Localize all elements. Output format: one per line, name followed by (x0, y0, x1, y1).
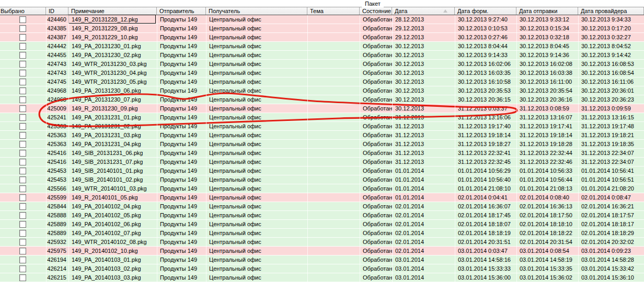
cell-receiver[interactable]: Центральный офис (206, 175, 307, 184)
table-row[interactable]: 424387149_R_20131229_10.pkgПродукты 149Ц… (0, 33, 644, 42)
column-header-formed[interactable]: Дата форм. (455, 7, 516, 15)
cell-receiver[interactable]: Центральный офис (206, 15, 307, 24)
table-row[interactable]: 424442149_PA_20131230_01.pkgПродукты 149… (0, 42, 644, 51)
cell-formed[interactable]: 30.12.2013 20:35:53 (455, 86, 516, 95)
cell-state[interactable]: Обработан (360, 77, 392, 86)
cell-sender[interactable]: Продукты 149 (157, 264, 206, 273)
table-row[interactable]: 424460149_R_20131228_12.pkgПродукты 149Ц… (0, 15, 644, 24)
cell-sender[interactable]: Продукты 149 (157, 33, 206, 41)
table-row[interactable]: 424455149_PA_20131230_02.pkgПродукты 149… (0, 51, 644, 60)
table-row[interactable]: 424968149_PA_20131230_07.pkgПродукты 149… (0, 95, 644, 104)
row-checkbox[interactable] (19, 176, 26, 183)
table-row[interactable]: 425889149_PA_20140102_06.pkgПродукты 149… (0, 220, 644, 229)
cell-state[interactable]: Обработан (360, 175, 392, 184)
cell-note[interactable]: 149_R_20131229_08.pkg (68, 24, 157, 32)
column-header-note[interactable]: Примечание (68, 7, 157, 15)
cell-sent[interactable]: 31.12.2013 0:08:59 (516, 104, 578, 113)
cell-date[interactable]: 02.01.2014 (392, 247, 455, 255)
cell-sender[interactable]: Продукты 149 (157, 24, 206, 32)
table-row[interactable]: 424745149_WTR_20131230_05.pkgПродукты 14… (0, 77, 644, 86)
cell-note[interactable]: 149_PA_20140102_07.pkg (68, 229, 157, 237)
cell-state[interactable]: Обработан (360, 149, 392, 157)
row-checkbox[interactable] (19, 96, 26, 103)
table-row[interactable]: 425009149_R_20131230_09.pkgПродукты 149Ц… (0, 104, 644, 113)
cell-provider[interactable]: 31.12.2013 13:16:15 (578, 113, 644, 121)
table-row[interactable]: 425599149_R_20140101_05.pkgПродукты 149Ц… (0, 193, 644, 202)
cell-provider[interactable]: 01.01.2014 10:56:41 (578, 166, 644, 175)
cell-id[interactable]: 425363 (46, 122, 68, 130)
table-row[interactable]: 425363149_PA_20131231_03.pkgПродукты 149… (0, 131, 644, 140)
cell-sent[interactable]: 03.01.2014 15:33:35 (516, 264, 578, 273)
cell-state[interactable]: Обработан (360, 264, 392, 273)
cell-id[interactable]: 424968 (46, 95, 68, 104)
cell-sender[interactable]: Продукты 149 (157, 184, 206, 193)
cell-formed[interactable]: 30.12.2013 0:10:53 (455, 24, 516, 32)
cell-formed[interactable]: 02.01.2014 18:18:07 (455, 220, 516, 228)
cell-note[interactable]: 149_SIB_20140101_01.pkg (68, 166, 157, 175)
cell-id[interactable]: 425241 (46, 113, 68, 121)
cell-date[interactable]: 30.12.2013 (392, 69, 455, 77)
cell-formed[interactable]: 31.12.2013 0:03:37 (455, 104, 516, 113)
cell-id[interactable]: 426194 (46, 255, 68, 264)
cell-theme[interactable] (307, 122, 360, 130)
cell-sent[interactable]: 30.12.2013 0:32:18 (516, 33, 578, 41)
row-checkbox[interactable] (19, 70, 26, 76)
cell-provider[interactable]: 03.01.2014 14:58:28 (578, 255, 644, 264)
cell-id[interactable]: 425009 (46, 104, 68, 113)
cell-sender[interactable]: Продукты 149 (157, 255, 206, 264)
cell-date[interactable]: 31.12.2013 (392, 140, 455, 148)
cell-provider[interactable]: 30.12.2013 20:36:23 (578, 95, 644, 104)
cell-sent[interactable]: 30.12.2013 8:04:45 (516, 42, 578, 50)
cell-provider[interactable]: 31.12.2013 22:34:07 (578, 158, 644, 166)
cell-id[interactable]: 424743 (46, 69, 68, 77)
cell-provider[interactable]: 30.12.2013 16:11:06 (578, 77, 644, 86)
cell-id[interactable]: 425416 (46, 158, 68, 166)
cell-provider[interactable]: 02.01.2014 20:32:02 (578, 238, 644, 246)
row-checkbox[interactable] (19, 132, 26, 139)
cell-provider[interactable]: 31.12.2013 22:34:07 (578, 149, 644, 157)
cell-date[interactable]: 29.12.2013 (392, 33, 455, 41)
cell-sender[interactable]: Продукты 149 (157, 193, 206, 202)
table-row[interactable]: 424385149_R_20131229_08.pkgПродукты 149Ц… (0, 24, 644, 33)
cell-sent[interactable]: 31.12.2013 22:32:44 (516, 149, 578, 157)
cell-sender[interactable]: Продукты 149 (157, 166, 206, 175)
cell-receiver[interactable]: Центральный офис (206, 33, 307, 41)
cell-sent[interactable]: 30.12.2013 9:33:12 (516, 15, 578, 24)
cell-sent[interactable]: 30.12.2013 16:02:08 (516, 60, 578, 68)
column-header-state[interactable]: Состояние (360, 7, 392, 15)
cell-note[interactable]: 149_WTR_20140102_08.pkg (68, 238, 157, 246)
cell-sent[interactable]: 02.01.2014 20:31:54 (516, 238, 578, 246)
cell-state[interactable]: Обработан (360, 60, 392, 68)
cell-id[interactable]: 425599 (46, 193, 68, 202)
row-checkbox[interactable] (19, 150, 26, 157)
row-checkbox[interactable] (19, 61, 26, 68)
cell-note[interactable]: 149_PA_20131230_01.pkg (68, 42, 157, 50)
cell-receiver[interactable]: Центральный офис (206, 184, 307, 193)
cell-provider[interactable]: 31.12.2013 0:09:59 (578, 104, 644, 113)
cell-theme[interactable] (307, 77, 360, 86)
cell-theme[interactable] (307, 104, 360, 113)
cell-note[interactable]: 149_R_20140101_05.pkg (68, 193, 157, 202)
cell-note[interactable]: 149_WTR_20131230_03.pkg (68, 60, 157, 68)
row-checkbox[interactable] (19, 239, 26, 246)
cell-id[interactable]: 425453 (46, 175, 68, 184)
cell-formed[interactable]: 02.01.2014 0:04:41 (455, 193, 516, 202)
cell-date[interactable]: 02.01.2014 (392, 220, 455, 228)
cell-theme[interactable] (307, 113, 360, 121)
cell-note[interactable]: 149_PA_20131231_04.pkg (68, 140, 157, 148)
cell-sender[interactable]: Продукты 149 (157, 86, 206, 95)
row-checkbox[interactable] (19, 16, 26, 23)
cell-sender[interactable]: Продукты 149 (157, 202, 206, 210)
cell-state[interactable]: Обработан (360, 273, 392, 282)
cell-theme[interactable] (307, 202, 360, 210)
cell-state[interactable]: Обработан (360, 113, 392, 121)
table-row[interactable]: 425932149_WTR_20140102_08.pkgПродукты 14… (0, 238, 644, 247)
cell-note[interactable]: 149_PA_20131230_06.pkg (68, 86, 157, 95)
cell-date[interactable]: 30.12.2013 (392, 60, 455, 68)
cell-formed[interactable]: 31.12.2013 13:16:06 (455, 113, 516, 121)
row-checkbox[interactable] (19, 230, 26, 237)
cell-date[interactable]: 31.12.2013 (392, 149, 455, 157)
cell-theme[interactable] (307, 140, 360, 148)
cell-sender[interactable]: Продукты 149 (157, 69, 206, 77)
column-header-sender[interactable]: Отправитель (157, 7, 206, 15)
